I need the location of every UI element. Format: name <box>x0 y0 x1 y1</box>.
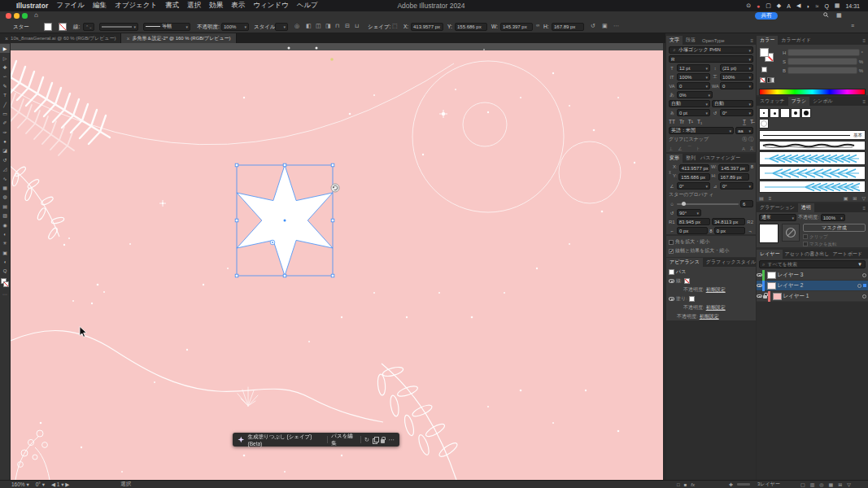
font-size-field[interactable]: 12 pt▾ <box>677 64 710 72</box>
switch-control-icon[interactable]: ⊙ <box>746 2 751 9</box>
align-top-icon[interactable]: ⊓ <box>335 23 339 29</box>
tool-artboard[interactable]: ▣ <box>0 248 10 257</box>
tab-appearance[interactable]: アピアランス <box>666 258 703 267</box>
shield-icon[interactable]: ◆ <box>777 2 781 9</box>
none-mini-swatch[interactable] <box>760 77 765 83</box>
battery-icon[interactable]: ◗ <box>806 3 809 9</box>
zoom-window-button[interactable] <box>22 13 28 19</box>
tool-shape-builder[interactable]: ◍ <box>0 192 10 201</box>
horizontal-scale-field[interactable]: 100%▾ <box>720 73 753 81</box>
spotlight-icon[interactable]: Q <box>824 3 828 9</box>
close-tab-icon[interactable]: × <box>5 36 8 41</box>
antialias-field[interactable]: aa▾ <box>735 127 753 134</box>
new-layer-icon[interactable]: ⊞ <box>838 481 842 487</box>
tool-paintbrush[interactable]: ✑ <box>0 128 10 137</box>
star-points-field[interactable]: 6 <box>740 200 753 207</box>
align-right-icon[interactable]: ◨ <box>325 23 331 29</box>
target-circle-icon[interactable] <box>862 294 866 298</box>
reference-point-locator[interactable] <box>669 164 671 181</box>
tab-gradient[interactable]: グラデーション <box>757 203 798 212</box>
menu-item-6[interactable]: 表示 <box>231 1 245 11</box>
snap-icons[interactable]: Ⓐ ⓘ <box>742 136 753 143</box>
app-menu[interactable]: Illustrator <box>16 2 48 10</box>
doc-tab-2-active[interactable]: × 多角形＆設定-2* @ 160 % (RGB/プレビュー) <box>121 33 236 43</box>
stroke-color-swatch[interactable] <box>684 278 690 284</box>
tracking-field[interactable]: 0▾ <box>720 82 753 89</box>
layer-row-1[interactable]: レイヤー 1 <box>757 291 868 302</box>
more-options-icon[interactable]: ⋯ <box>613 23 619 29</box>
brush-dot-4[interactable] <box>791 108 800 118</box>
reference-point-icon[interactable]: ⬚ <box>392 23 398 29</box>
layer-row-3[interactable]: レイヤー 3 <box>757 270 868 281</box>
filter-icon[interactable]: ▼ <box>857 262 862 267</box>
align-bottom-icon[interactable]: ⊔ <box>355 23 359 29</box>
tool-magic-wand[interactable]: ✚ <box>0 63 10 72</box>
stroke-swatch[interactable] <box>59 23 67 31</box>
appearance-new-fill-icon[interactable]: ■ <box>684 482 687 487</box>
edit-path-button[interactable]: パスを編集 <box>331 433 356 447</box>
font-family-field[interactable]: ⌕小塚ゴシック Pr6N▾ <box>669 46 753 54</box>
duplicate-icon[interactable] <box>373 437 377 442</box>
make-mask-button[interactable]: マスク作成 <box>803 224 866 232</box>
menu-item-1[interactable]: 編集 <box>93 1 107 11</box>
transform-x-field[interactable]: 413.9577 px <box>679 164 709 172</box>
isolate-icon[interactable]: ▣ <box>602 23 608 29</box>
tab-layers[interactable]: レイヤー <box>757 250 783 259</box>
fill-opacity-link[interactable]: 初期設定 <box>706 304 726 312</box>
home-icon[interactable]: ⌂ <box>34 11 38 19</box>
star-corner2-field[interactable]: 0 px <box>714 227 745 234</box>
tool-free-transform[interactable]: ▦ <box>0 183 10 192</box>
brush-strokes-icon[interactable]: ≡ <box>769 196 772 201</box>
tool-selection[interactable]: ▶ <box>0 44 10 53</box>
hue-field[interactable] <box>787 49 859 56</box>
target-circle-icon[interactable] <box>862 273 866 277</box>
close-window-button[interactable] <box>6 13 11 19</box>
tool-eraser[interactable]: ◪ <box>0 146 10 155</box>
brush-dot-2[interactable] <box>770 108 779 118</box>
more-icon[interactable]: ⋯ <box>388 436 395 443</box>
tool-width[interactable]: ∿ <box>0 173 10 182</box>
link-corners-icon[interactable]: 8 <box>709 229 712 233</box>
appearance-fx-icon[interactable]: fx <box>691 482 695 487</box>
new-brush-icon[interactable]: ⊞ <box>853 195 857 201</box>
fill-proxy-swatch[interactable] <box>760 48 769 57</box>
star-r1-field[interactable]: 83.945 px <box>677 218 710 225</box>
underline-button[interactable]: T̲ <box>743 119 746 124</box>
snap-curve-icon[interactable]: ⌒ <box>687 145 692 152</box>
tab-transparency[interactable]: 透明 <box>798 203 814 212</box>
panel-menu-icon[interactable]: ≡ <box>862 36 868 45</box>
tool-scale[interactable]: ◿ <box>0 164 10 173</box>
menu-item-4[interactable]: 選択 <box>187 1 201 11</box>
language-field[interactable]: 英語：米国▾ <box>669 127 734 134</box>
tool-direct-selection[interactable]: ▷ <box>0 53 10 62</box>
path-opacity-link[interactable]: 初期設定 <box>700 313 719 320</box>
panel-dock-icon[interactable]: ≡ <box>851 23 854 28</box>
visibility-eye-icon[interactable] <box>757 284 762 288</box>
saturation-field[interactable] <box>787 58 857 65</box>
brush-feather-1[interactable] <box>759 151 866 165</box>
opacity-field[interactable]: 100%▾ <box>221 23 249 31</box>
target-circle-icon[interactable] <box>857 284 861 288</box>
tab-opentype[interactable]: OpenType <box>699 36 728 45</box>
brush-charcoal[interactable] <box>759 141 866 150</box>
invert-mask-checkbox[interactable] <box>803 242 808 246</box>
zoom-level-select[interactable]: 160% ▾ <box>11 481 29 488</box>
transform-icon[interactable]: ↺ <box>591 23 595 29</box>
tool-mesh[interactable]: ▤ <box>0 202 10 211</box>
leading-field[interactable]: (21 pt)▾ <box>720 64 753 72</box>
make-clip-mask-icon[interactable]: ▥ <box>810 481 815 487</box>
menu-item-3[interactable]: 書式 <box>165 1 179 11</box>
appearance-new-stroke-icon[interactable]: □ <box>677 482 680 487</box>
shear-field[interactable]: 0°▾ <box>720 182 753 190</box>
delete-brush-icon[interactable]: ▽ <box>861 195 866 201</box>
layer-row-2-selected[interactable]: レイヤー 2 <box>757 281 868 291</box>
aki-left-field[interactable]: 自動▾ <box>669 100 710 107</box>
menu-item-0[interactable]: ファイル <box>56 1 85 11</box>
recolor-icon[interactable]: ◎ <box>294 23 299 29</box>
h-field[interactable]: 167.89 px <box>552 23 584 31</box>
aki-right-field[interactable]: 自動▾ <box>712 100 753 107</box>
control-center-icon[interactable]: ▦ <box>835 2 840 9</box>
subscript-button[interactable]: T₁ <box>697 119 702 124</box>
lock-icon[interactable] <box>763 295 767 298</box>
bw-mini-swatch[interactable] <box>767 77 774 83</box>
